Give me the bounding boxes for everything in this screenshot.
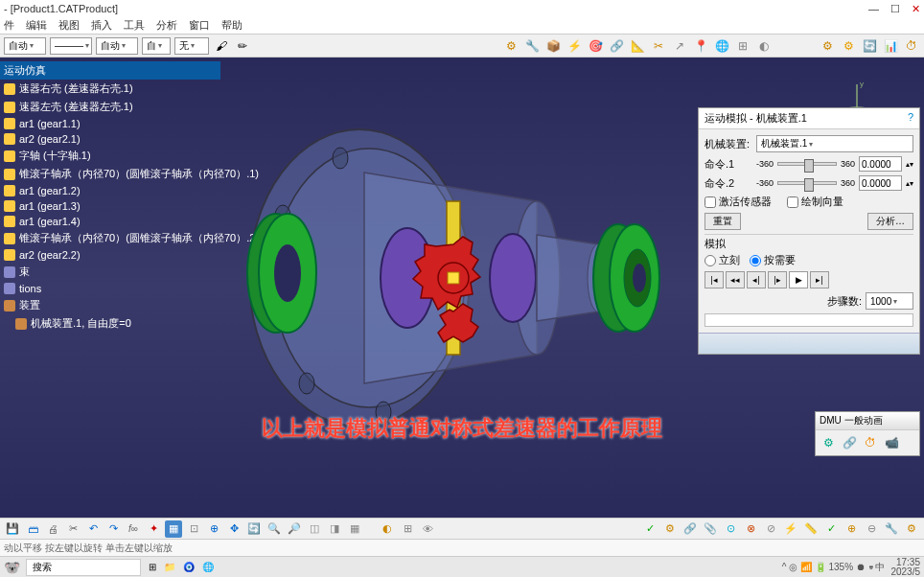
radio-now[interactable]: 立刻 <box>705 253 740 267</box>
menu-file[interactable]: 件 <box>4 18 14 33</box>
cmd2-slider[interactable] <box>777 181 837 185</box>
tool-n-icon[interactable]: ⚙ <box>903 520 920 538</box>
task-view-icon[interactable]: ⊞ <box>149 562 156 572</box>
menu-tools[interactable]: 工具 <box>124 18 145 33</box>
menu-window[interactable]: 窗口 <box>189 18 210 33</box>
tool-h-icon[interactable]: ⚡ <box>782 520 799 538</box>
tool-icon-10[interactable]: 📍 <box>692 37 709 55</box>
view-icon-1[interactable]: ⊡ <box>185 520 202 538</box>
combo-auto-3[interactable]: 自 <box>142 37 171 55</box>
menu-edit[interactable]: 编辑 <box>26 18 47 33</box>
reset-button[interactable]: 重置 <box>705 213 741 230</box>
tool-icon-7[interactable]: 📐 <box>629 37 646 55</box>
help-icon[interactable]: ? <box>908 111 913 126</box>
tool-b-icon[interactable]: ⚙ <box>661 520 679 538</box>
tool-icon-3[interactable]: 📦 <box>544 37 562 55</box>
tool-i-icon[interactable]: 📏 <box>802 520 820 538</box>
tool-icon-9[interactable]: ↗ <box>671 37 688 55</box>
tool-e-icon[interactable]: ⊙ <box>722 520 739 538</box>
shade-icon[interactable]: ◐ <box>379 520 396 538</box>
menu-help[interactable]: 帮助 <box>221 18 243 33</box>
radio-demand[interactable]: 按需要 <box>750 253 796 267</box>
search-box[interactable]: 搜索 <box>26 559 141 576</box>
sim-icon-4[interactable]: 📊 <box>882 37 899 55</box>
axis-icon[interactable]: ✦ <box>145 520 162 538</box>
dmu-icon-2[interactable]: 🔗 <box>841 434 858 451</box>
step-back-button[interactable]: ◂| <box>747 271 766 288</box>
rewind-button[interactable]: ◂◂ <box>726 271 745 288</box>
save-all-icon[interactable]: 🗃 <box>24 520 41 538</box>
vector-checkbox[interactable]: 绘制向量 <box>787 195 843 209</box>
step-fwd-button[interactable]: |▸ <box>768 271 787 288</box>
zoom-in-icon[interactable]: 🔍 <box>266 520 283 538</box>
koala-icon[interactable]: 🐨 <box>4 560 20 575</box>
zoom-out-icon[interactable]: 🔎 <box>286 520 303 538</box>
tool-m-icon[interactable]: 🔧 <box>883 520 900 538</box>
tool-k-icon[interactable]: ⊕ <box>843 520 860 538</box>
tool-icon-6[interactable]: 🔗 <box>608 37 625 55</box>
tool-icon-13[interactable]: ◐ <box>755 37 773 55</box>
cut-icon[interactable]: ✂ <box>64 520 81 538</box>
combo-auto-2[interactable]: 自动 <box>96 37 138 55</box>
tool-d-icon[interactable]: 📎 <box>702 520 719 538</box>
play-button[interactable]: ▶ <box>789 271 808 288</box>
tool-icon-1[interactable]: ⚙ <box>502 37 520 55</box>
dmu-icon-3[interactable]: ⏱ <box>862 434 879 451</box>
skip-end-button[interactable]: ▸| <box>810 271 829 288</box>
tool-icon-8[interactable]: ✂ <box>650 37 667 55</box>
pan-icon[interactable]: ✥ <box>225 520 243 538</box>
minimize-button[interactable]: — <box>868 3 879 15</box>
sim-icon-1[interactable]: ⚙ <box>819 37 836 55</box>
edge-icon[interactable]: 🌐 <box>202 562 214 572</box>
save-icon[interactable]: 💾 <box>4 520 21 538</box>
tool-a-icon[interactable]: ✓ <box>641 520 658 538</box>
3d-viewport[interactable]: 运动仿真 速器右壳 (差速器右壳.1) 速器左壳 (差速器左壳.1) ar1 (… <box>0 58 924 519</box>
hide-icon[interactable]: 👁 <box>419 520 436 538</box>
tool-icon-5[interactable]: 🎯 <box>587 37 604 55</box>
wire-icon[interactable]: ⊞ <box>399 520 416 538</box>
tool-icon-4[interactable]: ⚡ <box>566 37 583 55</box>
sim-icon-3[interactable]: 🔄 <box>861 37 878 55</box>
maximize-button[interactable]: ☐ <box>890 3 900 15</box>
combo-none[interactable]: 无 <box>174 37 209 55</box>
menu-view[interactable]: 视图 <box>58 18 80 33</box>
sensor-checkbox[interactable]: 激活传感器 <box>705 195 772 209</box>
sim-icon-2[interactable]: ⚙ <box>840 37 857 55</box>
fit-icon[interactable]: ⊕ <box>205 520 222 538</box>
brush-icon[interactable]: ✏ <box>234 37 251 55</box>
fx-icon[interactable]: f∞ <box>125 520 142 538</box>
analyze-button[interactable]: 分析… <box>867 213 913 230</box>
tool-g-icon[interactable]: ⊘ <box>762 520 779 538</box>
normal-view-icon[interactable]: ◫ <box>306 520 323 538</box>
tool-j-icon[interactable]: ✓ <box>822 520 840 538</box>
rotate-icon[interactable]: 🔄 <box>245 520 263 538</box>
grid-icon[interactable]: ▦ <box>165 520 182 538</box>
cmd2-value[interactable] <box>859 175 902 191</box>
cmd1-slider[interactable] <box>777 162 837 166</box>
menu-insert[interactable]: 插入 <box>91 18 112 33</box>
multi-view-icon[interactable]: ▦ <box>346 520 363 538</box>
sim-icon-5[interactable]: ⏱ <box>903 37 920 55</box>
print-icon[interactable]: 🖨 <box>44 520 61 538</box>
combo-line[interactable]: ——— <box>50 37 92 55</box>
system-tray[interactable]: ^ ◎ 📶 🔋 135% ⏺ ⌨ 中 17:35 2023/5 <box>782 558 920 577</box>
device-combo[interactable]: 机械装置.1 <box>756 135 913 152</box>
app-icon[interactable]: 🧿 <box>183 562 195 572</box>
skip-start-button[interactable]: |◂ <box>705 271 724 288</box>
tool-icon-2[interactable]: 🔧 <box>523 37 541 55</box>
cmd1-value[interactable] <box>859 156 902 172</box>
menu-analyze[interactable]: 分析 <box>156 18 177 33</box>
paint-icon[interactable]: 🖌 <box>213 37 230 55</box>
spinner-icon[interactable]: ▴▾ <box>906 160 913 169</box>
combo-auto-1[interactable]: 自动 <box>4 37 46 55</box>
dmu-icon-4[interactable]: 📹 <box>883 434 900 451</box>
tool-f-icon[interactable]: ⊗ <box>742 520 759 538</box>
step-combo[interactable]: 1000 <box>866 292 913 310</box>
tool-l-icon[interactable]: ⊖ <box>863 520 880 538</box>
redo-icon[interactable]: ↷ <box>104 520 122 538</box>
tool-c-icon[interactable]: 🔗 <box>681 520 699 538</box>
spinner-icon[interactable]: ▴▾ <box>906 179 913 188</box>
undo-icon[interactable]: ↶ <box>84 520 102 538</box>
tool-icon-12[interactable]: ⊞ <box>734 37 751 55</box>
close-button[interactable]: ✕ <box>912 3 920 15</box>
